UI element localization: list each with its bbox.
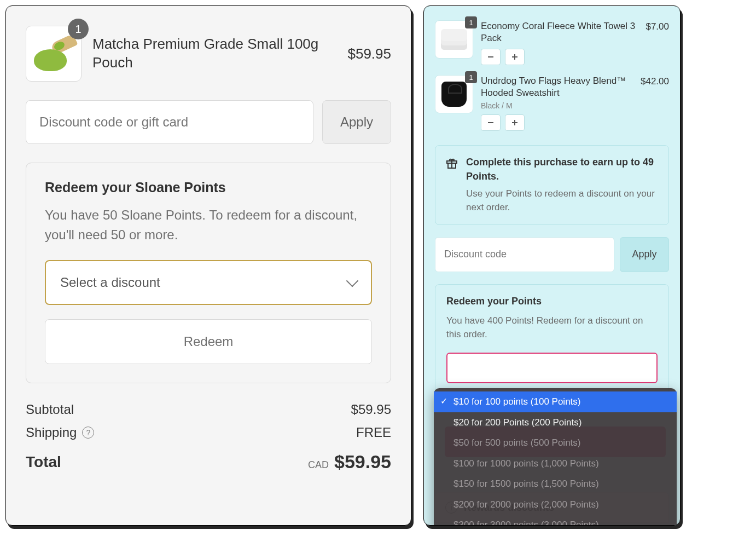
dropdown-option: $50 for 500 points (500 Points)	[434, 433, 677, 453]
towel-image	[441, 29, 467, 50]
dropdown-option: $200 for 2000 points (2,000 Points)	[434, 494, 677, 515]
dropdown-option[interactable]: $10 for 100 points (100 Points)	[434, 391, 677, 412]
product-row: 1 Undrdog Two Flags Heavy Blend™ Hooded …	[435, 75, 669, 131]
discount-row: Apply	[435, 237, 669, 272]
subtotal-value: $59.95	[351, 402, 391, 417]
redeem-button[interactable]: Redeem	[45, 319, 372, 364]
gift-icon	[445, 157, 458, 170]
minus-icon	[487, 119, 495, 126]
redeem-description: You have 400 Points! Redeem for a discou…	[446, 314, 658, 342]
product-price: $42.00	[641, 75, 669, 87]
earn-points-card: Complete this purchase to earn up to 49 …	[435, 145, 669, 224]
earn-description: Use your Points to redeem a discount on …	[466, 187, 659, 215]
chevron-down-icon	[346, 275, 359, 287]
hoodie-image	[441, 82, 467, 107]
select-placeholder: Select a discount	[60, 275, 160, 290]
svg-rect-5	[514, 120, 515, 125]
totals-section: Subtotal $59.95 Shipping ? FREE Total CA…	[26, 402, 391, 473]
product-price: $59.95	[347, 45, 391, 62]
subtotal-row: Subtotal $59.95	[26, 402, 391, 417]
checkout-panel-left: 1 Matcha Premium Grade Small 100g Pouch …	[5, 5, 411, 526]
redeem-title: Redeem your Sloane Points	[45, 180, 372, 195]
discount-row: Apply	[26, 100, 391, 144]
apply-button[interactable]: Apply	[620, 237, 669, 272]
quantity-badge: 1	[68, 19, 89, 39]
dropdown-option: $300 for 3000 points (3,000 Points)	[434, 515, 677, 526]
redeem-points-card: Redeem your Points You have 400 Points! …	[435, 284, 669, 397]
total-row: Total CAD $59.95	[26, 451, 391, 473]
redeem-points-card: Redeem your Sloane Points You have 50 Sl…	[26, 163, 391, 383]
redeem-description: You have 50 Sloane Points. To redeem for…	[45, 205, 372, 245]
redeem-title: Redeem your Points	[446, 296, 658, 307]
increment-button[interactable]	[505, 49, 525, 65]
discount-code-input[interactable]	[26, 100, 313, 144]
quantity-badge: 1	[465, 16, 477, 28]
matcha-image	[32, 33, 75, 74]
product-price: $7.00	[645, 20, 669, 32]
decrement-button[interactable]	[481, 49, 501, 65]
plus-icon	[511, 119, 519, 126]
shipping-row: Shipping ? FREE	[26, 425, 391, 440]
apply-button[interactable]: Apply	[322, 100, 391, 144]
minus-icon	[487, 53, 495, 61]
svg-rect-3	[488, 122, 493, 123]
product-title: Matcha Premium Grade Small 100g Pouch	[92, 35, 336, 72]
product-title: Undrdog Two Flags Heavy Blend™ Hooded Sw…	[481, 75, 633, 99]
shipping-label: Shipping	[26, 425, 77, 440]
dropdown-option: $100 for 1000 points (1,000 Points)	[434, 453, 677, 474]
checkout-panel-right: 1 Economy Coral Fleece White Towel 3 Pac…	[423, 5, 681, 526]
product-thumbnail: 1	[435, 20, 473, 59]
svg-rect-0	[488, 56, 493, 57]
discount-select[interactable]	[446, 353, 658, 383]
dropdown-option: $150 for 1500 points (1,500 Points)	[434, 474, 677, 494]
discount-select[interactable]: Select a discount	[45, 260, 372, 305]
increment-button[interactable]	[505, 114, 525, 131]
decrement-button[interactable]	[481, 114, 501, 131]
shipping-value: FREE	[356, 425, 391, 440]
plus-icon	[511, 53, 519, 61]
discount-code-input[interactable]	[435, 237, 614, 272]
product-variant: Black / M	[481, 101, 633, 110]
dropdown-option[interactable]: $20 for 200 Points (200 Points)	[434, 412, 677, 433]
subtotal-label: Subtotal	[26, 402, 74, 417]
product-row: 1 Economy Coral Fleece White Towel 3 Pac…	[435, 20, 669, 65]
earn-title: Complete this purchase to earn up to 49 …	[466, 155, 659, 183]
product-thumbnail: 1	[435, 75, 473, 113]
discount-dropdown-popup: $10 for 100 points (100 Points)$20 for 2…	[434, 388, 677, 526]
quantity-badge: 1	[465, 71, 477, 83]
total-label: Total	[26, 453, 61, 471]
help-icon[interactable]: ?	[82, 427, 94, 439]
currency-code: CAD	[308, 459, 329, 471]
product-row: 1 Matcha Premium Grade Small 100g Pouch …	[26, 26, 391, 82]
svg-rect-2	[514, 54, 515, 60]
product-thumbnail: 1	[26, 26, 82, 82]
total-value: $59.95	[334, 451, 391, 473]
product-title: Economy Coral Fleece White Towel 3 Pack	[481, 20, 638, 44]
